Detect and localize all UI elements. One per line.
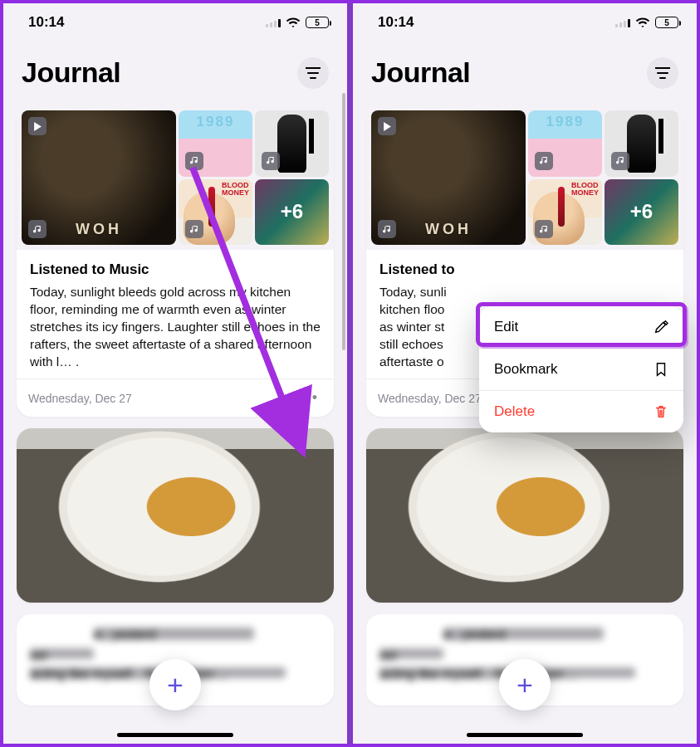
more-count: +6 <box>255 179 329 246</box>
status-time: 10:14 <box>28 14 64 31</box>
media-tile[interactable]: BLOOD MONEY <box>528 179 602 246</box>
filter-button[interactable] <box>297 57 329 89</box>
music-note-icon <box>185 152 203 170</box>
context-menu: Edit Bookmark Delete <box>479 306 683 432</box>
journal-entry-card[interactable] <box>17 428 334 603</box>
battery-icon: 5 <box>306 17 329 28</box>
status-time: 10:14 <box>378 14 414 31</box>
screenshot-left: 10:14 5 Journal WOH 1989 <box>3 3 347 744</box>
pencil-icon <box>653 320 668 334</box>
entry-media-grid: WOH 1989 BLOOD MONEY +6 <box>17 105 334 250</box>
journal-entry-card[interactable]: WOH 1989 BLOOD MONEY +6 <box>17 105 334 417</box>
home-indicator[interactable] <box>117 733 233 737</box>
filter-button[interactable] <box>647 57 678 89</box>
context-menu-delete[interactable]: Delete <box>479 391 683 432</box>
plus-icon: + <box>516 669 533 701</box>
entry-date: Wednesday, Dec 27 <box>28 392 132 405</box>
entry-text: Today, sunlight bleeds gold across my ki… <box>30 283 321 370</box>
cell-signal-icon <box>266 17 281 27</box>
status-bar: 10:14 5 <box>353 3 697 42</box>
wifi-icon <box>286 17 301 28</box>
filter-icon <box>655 67 670 79</box>
media-tile-more[interactable]: +6 <box>605 179 678 246</box>
album-title: WOH <box>22 221 176 238</box>
play-icon[interactable] <box>28 117 47 135</box>
entry-photo <box>366 428 683 603</box>
play-icon[interactable] <box>378 117 396 135</box>
more-count: +6 <box>605 179 678 246</box>
plus-icon: + <box>167 669 184 701</box>
status-bar: 10:14 5 <box>3 3 347 42</box>
media-tile-large[interactable]: WOH <box>22 110 176 245</box>
music-note-icon <box>611 152 629 170</box>
battery-icon: 5 <box>655 17 678 28</box>
context-menu-edit[interactable]: Edit <box>479 306 683 349</box>
entry-body: Listened to Music Today, sunlight bleeds… <box>17 250 334 378</box>
cell-signal-icon <box>615 17 630 27</box>
page-title: Journal <box>22 56 120 89</box>
journal-entry-card[interactable] <box>366 428 683 603</box>
status-indicators: 5 <box>615 17 678 28</box>
music-note-icon <box>262 152 280 170</box>
context-menu-bookmark[interactable]: Bookmark <box>479 349 683 391</box>
trash-icon <box>653 404 668 419</box>
screenshot-right: 10:14 5 Journal WOH 1989 <box>353 3 697 744</box>
page-title: Journal <box>371 56 470 89</box>
status-indicators: 5 <box>266 17 329 28</box>
entry-media-grid: WOH 1989 BLOOD MONEY +6 <box>366 105 683 250</box>
entry-footer: Wednesday, Dec 27 ••• <box>17 378 334 417</box>
media-tile-more[interactable]: +6 <box>255 179 329 246</box>
page-header: Journal <box>353 42 697 102</box>
entry-more-button[interactable]: ••• <box>295 388 322 408</box>
page-header: Journal <box>3 42 347 102</box>
wifi-icon <box>635 17 650 28</box>
media-tile-large[interactable]: WOH <box>371 110 526 245</box>
entry-title: Listened to <box>379 261 670 278</box>
add-entry-button[interactable]: + <box>149 659 201 710</box>
entry-date: Wednesday, Dec 27 <box>378 392 482 405</box>
bookmark-icon <box>653 362 668 377</box>
album-title: WOH <box>371 221 526 238</box>
music-note-icon <box>535 152 553 170</box>
media-tile[interactable]: 1989 <box>179 110 252 177</box>
media-tile[interactable] <box>255 110 329 177</box>
scrollbar[interactable] <box>342 93 345 350</box>
media-tile[interactable] <box>605 110 678 177</box>
media-tile[interactable]: 1989 <box>528 110 602 177</box>
entry-photo <box>17 428 334 603</box>
filter-icon <box>306 67 321 79</box>
media-tile[interactable]: BLOOD MONEY <box>179 179 252 246</box>
home-indicator[interactable] <box>467 733 583 737</box>
music-note-icon <box>535 220 553 238</box>
add-entry-button[interactable]: + <box>499 659 551 710</box>
music-note-icon <box>185 220 203 238</box>
entry-title: Listened to Music <box>30 261 321 278</box>
